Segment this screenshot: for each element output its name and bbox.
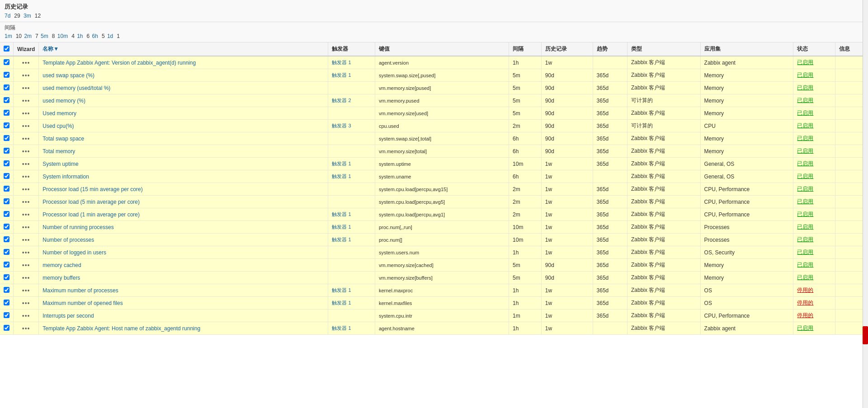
row-trigger[interactable]: 触发器 1	[328, 297, 375, 310]
row-status[interactable]: 停用的	[793, 297, 835, 310]
row-status[interactable]: 已启用	[793, 158, 835, 170]
history-link-3m[interactable]: 3m	[24, 13, 31, 19]
status-badge[interactable]: 已启用	[797, 160, 813, 167]
status-badge[interactable]: 已启用	[797, 262, 813, 268]
row-checkbox-cell[interactable]	[0, 221, 14, 234]
row-name[interactable]: Number of processes	[39, 234, 328, 246]
row-checkbox-cell[interactable]	[0, 132, 14, 145]
row-name-link[interactable]: Number of processes	[42, 237, 94, 243]
row-checkbox-cell[interactable]	[0, 94, 14, 107]
row-dots-menu[interactable]: •••	[14, 259, 39, 272]
row-trigger-link[interactable]: 触发器 1	[332, 161, 351, 166]
row-name[interactable]: Used memory	[39, 107, 328, 120]
row-dots-menu[interactable]: •••	[14, 196, 39, 208]
status-badge[interactable]: 已启用	[797, 325, 813, 331]
row-checkbox[interactable]	[4, 110, 9, 116]
row-checkbox-cell[interactable]	[0, 69, 14, 82]
row-checkbox[interactable]	[4, 160, 9, 166]
row-name[interactable]: Number of running processes	[39, 221, 328, 234]
row-checkbox[interactable]	[4, 72, 9, 78]
dots-icon[interactable]: •••	[22, 312, 30, 319]
dots-icon[interactable]: •••	[22, 262, 30, 269]
row-name[interactable]: Processor load (15 min average per core)	[39, 183, 328, 196]
row-name[interactable]: used memory (used/total %)	[39, 82, 328, 94]
row-dots-menu[interactable]: •••	[14, 272, 39, 284]
status-badge[interactable]: 已启用	[797, 148, 813, 154]
sort-name-link[interactable]: 名称▼	[42, 46, 59, 52]
row-name-link[interactable]: Total swap space	[42, 136, 84, 142]
dots-icon[interactable]: •••	[22, 135, 30, 142]
row-name-link[interactable]: Number of logged in users	[42, 249, 106, 256]
row-dots-menu[interactable]: •••	[14, 322, 39, 335]
row-name-link[interactable]: Used memory	[42, 110, 76, 117]
row-name-link[interactable]: Processor load (15 min average per core)	[42, 186, 142, 192]
row-name-link[interactable]: System information	[42, 174, 89, 180]
dots-icon[interactable]: •••	[22, 198, 30, 206]
row-trigger[interactable]: 触发器 1	[328, 69, 375, 82]
row-dots-menu[interactable]: •••	[14, 234, 39, 246]
history-link-7d[interactable]: 7d	[5, 13, 10, 19]
row-dots-menu[interactable]: •••	[14, 69, 39, 82]
row-dots-menu[interactable]: •••	[14, 94, 39, 107]
interval-link-5m[interactable]: 5m	[41, 33, 48, 39]
row-checkbox-cell[interactable]	[0, 56, 14, 69]
dots-icon[interactable]: •••	[22, 59, 30, 66]
row-name[interactable]: Template App Zabbix Agent: Version of za…	[39, 56, 328, 69]
scrollbar-track[interactable]	[863, 0, 868, 335]
row-checkbox[interactable]	[4, 312, 9, 318]
row-checkbox-cell[interactable]	[0, 183, 14, 196]
row-status[interactable]: 已启用	[793, 132, 835, 145]
row-checkbox[interactable]	[4, 300, 9, 305]
row-dots-menu[interactable]: •••	[14, 107, 39, 120]
row-name-link[interactable]: Interrupts per second	[42, 313, 94, 319]
row-status[interactable]: 已启用	[793, 234, 835, 246]
row-trigger-link[interactable]: 触发器 1	[332, 300, 351, 305]
row-name[interactable]: Used cpu(%)	[39, 120, 328, 132]
row-checkbox-cell[interactable]	[0, 208, 14, 221]
row-name-link[interactable]: Maximum number of opened files	[42, 300, 123, 306]
row-checkbox-cell[interactable]	[0, 145, 14, 158]
row-dots-menu[interactable]: •••	[14, 120, 39, 132]
row-checkbox-cell[interactable]	[0, 170, 14, 183]
status-badge[interactable]: 已启用	[797, 97, 813, 103]
row-name[interactable]: Total swap space	[39, 132, 328, 145]
interval-link-10m[interactable]: 10m	[57, 33, 68, 39]
row-name[interactable]: memory buffers	[39, 272, 328, 284]
row-checkbox[interactable]	[4, 236, 9, 242]
row-trigger[interactable]: 触发器 1	[328, 221, 375, 234]
status-badge[interactable]: 已启用	[797, 211, 813, 217]
row-name[interactable]: System information	[39, 170, 328, 183]
interval-link-2m[interactable]: 2m	[24, 33, 32, 39]
row-status[interactable]: 已启用	[793, 170, 835, 183]
row-checkbox[interactable]	[4, 211, 9, 217]
row-status[interactable]: 已启用	[793, 272, 835, 284]
row-status[interactable]: 停用的	[793, 284, 835, 297]
row-name-link[interactable]: memory cached	[42, 262, 81, 268]
row-trigger-link[interactable]: 触发器 1	[332, 72, 351, 78]
status-badge[interactable]: 停用的	[797, 300, 813, 306]
row-checkbox-cell[interactable]	[0, 259, 14, 272]
status-badge[interactable]: 已启用	[797, 84, 813, 91]
row-checkbox-cell[interactable]	[0, 246, 14, 259]
row-name-link[interactable]: used memory (%)	[42, 98, 85, 104]
row-checkbox[interactable]	[4, 148, 9, 154]
row-checkbox[interactable]	[4, 325, 9, 331]
row-status[interactable]: 已启用	[793, 259, 835, 272]
row-checkbox[interactable]	[4, 224, 9, 230]
row-dots-menu[interactable]: •••	[14, 297, 39, 310]
status-badge[interactable]: 已启用	[797, 135, 813, 141]
status-badge[interactable]: 已启用	[797, 122, 813, 129]
row-dots-menu[interactable]: •••	[14, 132, 39, 145]
dots-icon[interactable]: •••	[22, 236, 30, 244]
row-checkbox[interactable]	[4, 97, 9, 103]
status-badge[interactable]: 停用的	[797, 312, 813, 319]
row-status[interactable]: 已启用	[793, 120, 835, 132]
dots-icon[interactable]: •••	[22, 110, 30, 117]
row-dots-menu[interactable]: •••	[14, 183, 39, 196]
row-dots-menu[interactable]: •••	[14, 246, 39, 259]
row-dots-menu[interactable]: •••	[14, 158, 39, 170]
row-trigger-link[interactable]: 触发器 1	[332, 60, 351, 65]
status-badge[interactable]: 已启用	[797, 173, 813, 179]
row-trigger[interactable]: 触发器 1	[328, 170, 375, 183]
row-status[interactable]: 已启用	[793, 94, 835, 107]
